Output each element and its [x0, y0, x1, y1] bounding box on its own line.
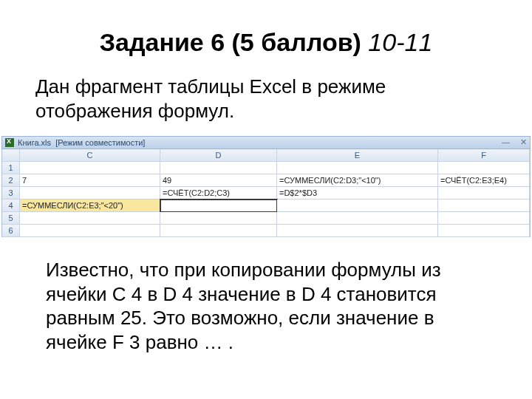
- row-header-3[interactable]: 3: [2, 187, 20, 200]
- close-icon[interactable]: ✕: [520, 137, 527, 147]
- outro-text: Известно, что при копировании формулы из…: [35, 258, 497, 354]
- slide-title: Задание 6 (5 баллов) 10-11: [35, 28, 497, 57]
- cell-f1[interactable]: [438, 162, 530, 174]
- excel-fragment: Книга.xls [Режим совместимости] — ✕ C D …: [1, 136, 531, 237]
- cell-d4[interactable]: [160, 200, 277, 212]
- cell-f3[interactable]: [438, 187, 530, 200]
- cell-e3[interactable]: =D$2*$D3: [277, 187, 438, 200]
- column-headers: C D E F: [1, 149, 531, 162]
- cell-c4[interactable]: =СУММЕСЛИ(C2:E3;"<20"): [20, 200, 160, 212]
- cell-d6[interactable]: [160, 225, 277, 237]
- cell-f6[interactable]: [438, 225, 530, 237]
- row-header-5[interactable]: 5: [2, 212, 20, 225]
- cell-d3[interactable]: =СЧЁТ(C2:D2;C3): [160, 187, 277, 200]
- cell-c3[interactable]: [20, 187, 160, 200]
- cell-e4[interactable]: [277, 200, 438, 212]
- col-header-c[interactable]: C: [20, 149, 160, 162]
- excel-icon: [5, 138, 14, 147]
- cell-d2[interactable]: 49: [160, 174, 277, 187]
- cell-c6[interactable]: [20, 225, 160, 237]
- cell-c1[interactable]: [20, 162, 160, 174]
- cell-c5[interactable]: [20, 212, 160, 225]
- row-header-4[interactable]: 4: [2, 200, 20, 212]
- cell-e2[interactable]: =СУММЕСЛИ(C2:D3;"<10"): [277, 174, 438, 187]
- title-italic: 10-11: [368, 28, 432, 56]
- cell-e1[interactable]: [277, 162, 438, 174]
- excel-titlebar: Книга.xls [Режим совместимости] — ✕: [1, 136, 531, 149]
- title-bold: Задание 6 (5 баллов): [100, 28, 369, 56]
- cell-d5[interactable]: [160, 212, 277, 225]
- cell-f4[interactable]: [438, 200, 530, 212]
- cell-c2[interactable]: 7: [20, 174, 160, 187]
- col-header-f[interactable]: F: [438, 149, 530, 162]
- cell-d1[interactable]: [160, 162, 277, 174]
- cell-e6[interactable]: [277, 225, 438, 237]
- cell-f2[interactable]: =СЧЁТ(C2:E3;E4): [438, 174, 530, 187]
- row-header-6[interactable]: 6: [2, 225, 20, 237]
- intro-text: Дан фрагмент таблицы Excel в режиме отоб…: [35, 75, 497, 123]
- col-header-e[interactable]: E: [277, 149, 438, 162]
- cell-e5[interactable]: [277, 212, 438, 225]
- row-header-2[interactable]: 2: [2, 174, 20, 187]
- minimize-icon[interactable]: —: [502, 137, 510, 147]
- row-header-1[interactable]: 1: [2, 162, 20, 174]
- workbook-name: Книга.xls [Режим совместимости]: [18, 138, 145, 147]
- col-header-d[interactable]: D: [160, 149, 277, 162]
- select-all-corner[interactable]: [2, 149, 20, 162]
- cell-f5[interactable]: [438, 212, 530, 225]
